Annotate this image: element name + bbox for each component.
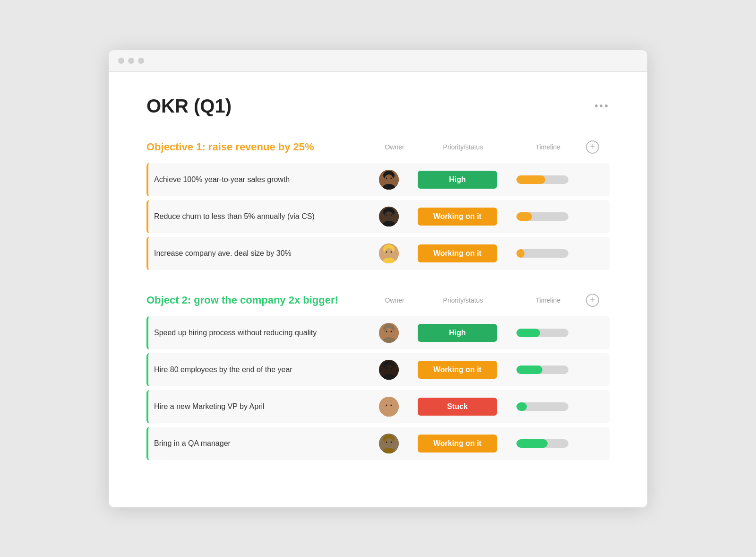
- priority-cell: Working on it: [410, 361, 505, 379]
- timeline-fill: [516, 249, 524, 258]
- add-key-result-button-2[interactable]: +: [586, 294, 599, 307]
- task-label: Hire a new Marketing VP by April: [154, 402, 368, 411]
- timeline-cell: [505, 175, 580, 184]
- objective-header-1: Objective 1: raise revenue by 25%OwnerPr…: [146, 140, 610, 154]
- avatar: [379, 244, 399, 263]
- timeline-fill: [516, 212, 532, 221]
- status-badge[interactable]: High: [418, 324, 497, 342]
- column-header-priority: Priority/status: [416, 143, 510, 151]
- svg-point-10: [391, 214, 392, 216]
- avatar: [379, 207, 399, 226]
- timeline-cell: [505, 329, 580, 337]
- status-badge[interactable]: Stuck: [418, 398, 497, 416]
- timeline-cell: [505, 439, 580, 448]
- main-content: OKR (Q1) ••• Objective 1: raise revenue …: [109, 72, 647, 507]
- timeline-bar: [516, 329, 568, 337]
- owner-cell: [368, 360, 410, 380]
- column-header-add: +: [586, 294, 610, 307]
- table-row: Bring in a QA managerWorking on it: [146, 427, 610, 460]
- page-header: OKR (Q1) •••: [146, 96, 610, 117]
- priority-cell: High: [410, 171, 505, 189]
- svg-point-14: [385, 248, 393, 257]
- title-bar: [109, 50, 647, 72]
- objectives-container: Objective 1: raise revenue by 25%OwnerPr…: [146, 140, 610, 460]
- timeline-cell: [505, 249, 580, 258]
- column-header-add: +: [586, 140, 610, 154]
- avatar: [379, 397, 399, 417]
- svg-point-38: [385, 438, 393, 447]
- timeline-bar: [516, 212, 568, 221]
- objective-section-2: Object 2: grow the company 2x bigger!Own…: [146, 294, 610, 460]
- owner-cell: [368, 323, 410, 343]
- svg-point-8: [385, 211, 393, 220]
- add-key-result-button-1[interactable]: +: [586, 140, 599, 154]
- status-badge[interactable]: High: [418, 171, 497, 189]
- table-row: Hire a new Marketing VP by AprilStuck: [146, 390, 610, 423]
- column-header-owner: Owner: [373, 296, 416, 304]
- column-header-timeline: Timeline: [510, 296, 586, 304]
- svg-point-32: [385, 401, 393, 410]
- objective-section-1: Objective 1: raise revenue by 25%OwnerPr…: [146, 140, 610, 270]
- timeline-fill: [516, 366, 542, 374]
- svg-point-15: [386, 251, 387, 252]
- table-row: Speed up hiring process without reducing…: [146, 316, 610, 349]
- avatar: [379, 360, 399, 380]
- table-row: Achieve 100% year-to-year sales growthHi…: [146, 163, 610, 196]
- table-row: Reduce churn to less than 5% annually (v…: [146, 200, 610, 233]
- priority-cell: Working on it: [410, 244, 505, 262]
- priority-cell: High: [410, 324, 505, 342]
- svg-point-9: [386, 214, 387, 216]
- task-label: Bring in a QA manager: [154, 439, 368, 448]
- column-header-priority: Priority/status: [416, 296, 510, 304]
- timeline-bar: [516, 402, 568, 411]
- timeline-fill: [516, 329, 540, 337]
- status-badge[interactable]: Working on it: [418, 435, 497, 453]
- priority-cell: Working on it: [410, 208, 505, 226]
- table-row: Hire 80 employees by the end of the year…: [146, 353, 610, 386]
- svg-point-20: [385, 328, 393, 336]
- column-header-owner: Owner: [373, 143, 416, 151]
- svg-point-34: [391, 404, 392, 406]
- avatar: [379, 170, 399, 190]
- timeline-bar: [516, 175, 568, 184]
- owner-cell: [368, 397, 410, 417]
- avatar: [379, 434, 399, 453]
- task-label: Reduce churn to less than 5% annually (v…: [154, 212, 368, 221]
- status-badge[interactable]: Working on it: [418, 361, 497, 379]
- timeline-cell: [505, 366, 580, 374]
- owner-cell: [368, 434, 410, 453]
- task-label: Hire 80 employees by the end of the year: [154, 366, 368, 374]
- table-row: Increase company ave. deal size by 30%Wo…: [146, 237, 610, 270]
- svg-point-4: [391, 177, 392, 179]
- svg-point-28: [391, 367, 392, 369]
- timeline-cell: [505, 212, 580, 221]
- timeline-cell: [505, 402, 580, 411]
- status-badge[interactable]: Working on it: [418, 208, 497, 226]
- timeline-fill: [516, 439, 548, 448]
- objective-header-2: Object 2: grow the company 2x bigger!Own…: [146, 294, 610, 307]
- objective-title-1: Objective 1: raise revenue by 25%: [146, 141, 373, 153]
- status-badge[interactable]: Working on it: [418, 244, 497, 262]
- avatar: [379, 323, 399, 343]
- task-label: Speed up hiring process without reducing…: [154, 329, 368, 337]
- priority-cell: Working on it: [410, 435, 505, 453]
- svg-point-27: [386, 367, 387, 369]
- timeline-fill: [516, 402, 527, 411]
- timeline-bar: [516, 366, 568, 374]
- svg-point-16: [391, 251, 392, 252]
- svg-point-33: [386, 404, 387, 406]
- more-options-button[interactable]: •••: [594, 100, 610, 112]
- svg-point-2: [385, 174, 393, 183]
- window-dot-3: [138, 58, 144, 64]
- owner-cell: [368, 170, 410, 190]
- svg-point-40: [391, 441, 392, 443]
- svg-point-39: [386, 441, 387, 443]
- svg-point-26: [385, 365, 393, 373]
- task-label: Increase company ave. deal size by 30%: [154, 249, 368, 258]
- window-dot-2: [128, 58, 134, 64]
- priority-cell: Stuck: [410, 398, 505, 416]
- timeline-fill: [516, 175, 545, 184]
- column-header-timeline: Timeline: [510, 143, 586, 151]
- window-dot-1: [118, 58, 124, 64]
- timeline-bar: [516, 249, 568, 258]
